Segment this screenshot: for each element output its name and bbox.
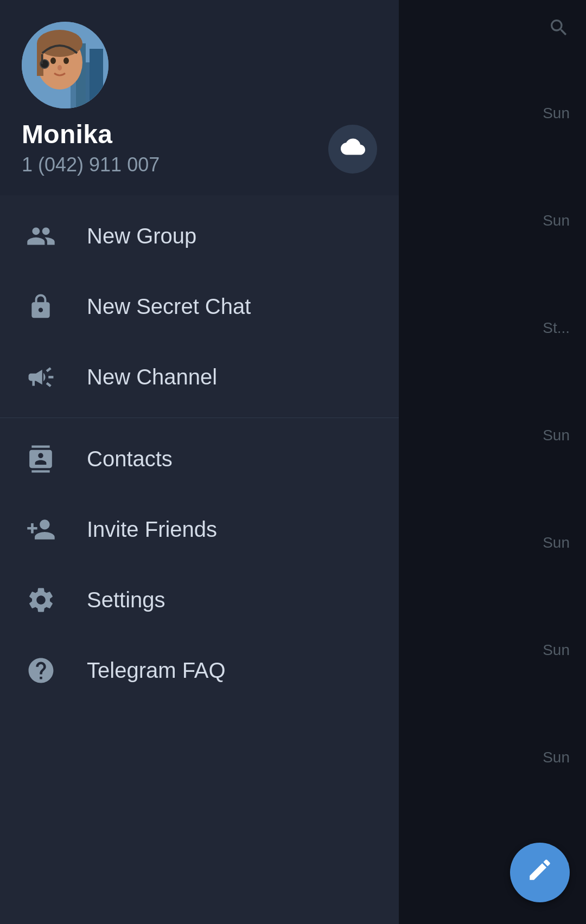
add-person-icon — [22, 510, 60, 548]
saved-messages-button[interactable] — [328, 125, 377, 174]
new-group-label: New Group — [87, 224, 196, 248]
person-icon — [22, 440, 60, 478]
svg-point-8 — [50, 57, 56, 64]
new-channel-label: New Channel — [87, 365, 217, 389]
compose-button[interactable] — [510, 843, 570, 902]
cloud-icon — [341, 134, 365, 164]
invite-friends-label: Invite Friends — [87, 517, 217, 542]
profile-info: Monika 1 (042) 911 007 — [22, 119, 377, 176]
profile-header: Monika 1 (042) 911 007 — [0, 0, 399, 195]
telegram-faq-item[interactable]: Telegram FAQ — [0, 635, 399, 705]
svg-rect-12 — [41, 54, 43, 64]
svg-point-9 — [63, 57, 69, 64]
svg-rect-3 — [90, 49, 103, 108]
pencil-icon — [526, 856, 553, 889]
avatar-container[interactable] — [22, 22, 109, 108]
settings-label: Settings — [87, 588, 165, 612]
people-icon — [22, 217, 60, 255]
lock-icon — [22, 287, 60, 325]
menu-group-bottom: Contacts Invite Friends Settings — [0, 418, 399, 924]
contacts-item[interactable]: Contacts — [0, 424, 399, 494]
telegram-faq-label: Telegram FAQ — [87, 658, 226, 683]
new-group-item[interactable]: New Group — [0, 201, 399, 271]
contacts-label: Contacts — [87, 447, 173, 471]
svg-point-10 — [58, 65, 62, 70]
invite-friends-item[interactable]: Invite Friends — [0, 494, 399, 564]
new-channel-item[interactable]: New Channel — [0, 342, 399, 412]
new-secret-chat-label: New Secret Chat — [87, 294, 251, 319]
menu-section: New Group New Secret Chat New Channel — [0, 195, 399, 924]
settings-item[interactable]: Settings — [0, 564, 399, 635]
avatar — [22, 22, 109, 108]
menu-group-top: New Group New Secret Chat New Channel — [0, 195, 399, 418]
gear-icon — [22, 581, 60, 619]
drawer-panel: Monika 1 (042) 911 007 New Group — [0, 0, 399, 924]
new-secret-chat-item[interactable]: New Secret Chat — [0, 271, 399, 342]
help-icon — [22, 651, 60, 689]
profile-name: Monika — [22, 119, 377, 149]
profile-phone: 1 (042) 911 007 — [22, 153, 377, 176]
megaphone-icon — [22, 358, 60, 396]
